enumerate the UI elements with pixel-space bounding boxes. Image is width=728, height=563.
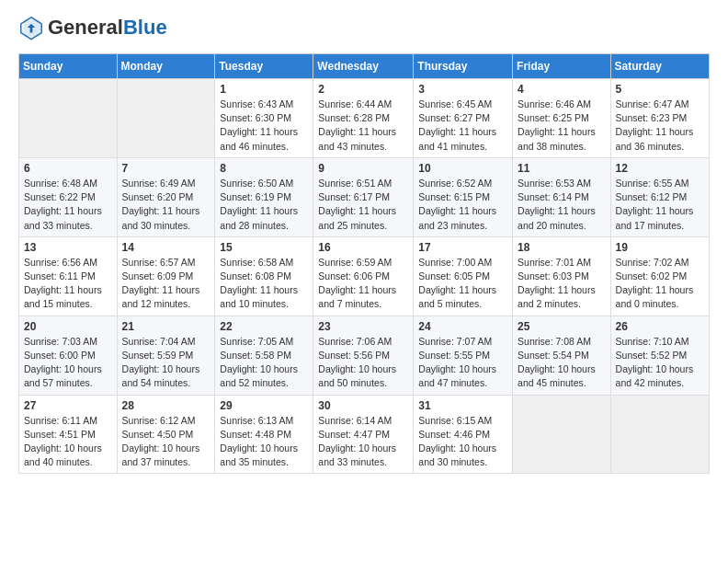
day-info: Sunrise: 6:55 AMSunset: 6:12 PMDaylight:… — [616, 178, 694, 231]
day-number: 6 — [24, 162, 112, 175]
calendar-cell: 27 Sunrise: 6:11 AMSunset: 4:51 PMDaylig… — [19, 395, 118, 474]
day-info: Sunrise: 6:12 AMSunset: 4:50 PMDaylight:… — [122, 415, 200, 468]
day-info: Sunrise: 6:53 AMSunset: 6:14 PMDaylight:… — [518, 178, 596, 231]
calendar-cell — [610, 395, 709, 474]
day-info: Sunrise: 6:47 AMSunset: 6:23 PMDaylight:… — [616, 98, 694, 152]
day-number: 19 — [616, 241, 704, 254]
day-number: 25 — [518, 320, 606, 333]
calendar-cell: 11 Sunrise: 6:53 AMSunset: 6:14 PMDaylig… — [513, 157, 611, 236]
day-info: Sunrise: 6:50 AMSunset: 6:19 PMDaylight:… — [220, 178, 298, 231]
day-info: Sunrise: 6:43 AMSunset: 6:30 PMDaylight:… — [220, 98, 298, 152]
day-number: 24 — [418, 320, 507, 333]
day-number: 4 — [518, 83, 606, 96]
calendar-week-row: 6 Sunrise: 6:48 AMSunset: 6:22 PMDayligh… — [19, 157, 710, 236]
day-number: 9 — [318, 162, 408, 175]
day-info: Sunrise: 6:57 AMSunset: 6:09 PMDaylight:… — [122, 257, 200, 310]
day-info: Sunrise: 7:00 AMSunset: 6:05 PMDaylight:… — [418, 257, 496, 310]
day-number: 8 — [220, 162, 308, 175]
weekday-header: Monday — [117, 54, 215, 79]
day-number: 16 — [318, 241, 408, 254]
weekday-header: Tuesday — [215, 54, 313, 79]
calendar-cell: 6 Sunrise: 6:48 AMSunset: 6:22 PMDayligh… — [19, 157, 118, 236]
logo-text: GeneralBlue — [48, 17, 167, 38]
day-info: Sunrise: 6:52 AMSunset: 6:15 PMDaylight:… — [418, 178, 496, 231]
calendar-cell: 13 Sunrise: 6:56 AMSunset: 6:11 PMDaylig… — [19, 236, 118, 316]
day-number: 30 — [318, 399, 408, 412]
calendar-cell: 8 Sunrise: 6:50 AMSunset: 6:19 PMDayligh… — [215, 157, 313, 236]
day-number: 17 — [418, 241, 507, 254]
day-number: 12 — [616, 162, 704, 175]
calendar-cell — [19, 79, 118, 158]
day-number: 21 — [122, 320, 210, 333]
calendar-cell: 3 Sunrise: 6:45 AMSunset: 6:27 PMDayligh… — [414, 79, 513, 158]
calendar-cell: 18 Sunrise: 7:01 AMSunset: 6:03 PMDaylig… — [513, 236, 611, 316]
calendar-week-row: 1 Sunrise: 6:43 AMSunset: 6:30 PMDayligh… — [19, 79, 710, 158]
day-info: Sunrise: 7:07 AMSunset: 5:55 PMDaylight:… — [418, 336, 496, 389]
calendar-cell: 10 Sunrise: 6:52 AMSunset: 6:15 PMDaylig… — [414, 157, 513, 236]
day-number: 7 — [122, 162, 210, 175]
calendar-week-row: 13 Sunrise: 6:56 AMSunset: 6:11 PMDaylig… — [19, 236, 710, 316]
calendar-cell: 24 Sunrise: 7:07 AMSunset: 5:55 PMDaylig… — [414, 316, 513, 395]
calendar-cell: 4 Sunrise: 6:46 AMSunset: 6:25 PMDayligh… — [513, 79, 611, 158]
day-info: Sunrise: 6:59 AMSunset: 6:06 PMDaylight:… — [318, 257, 396, 310]
page-header: GeneralBlue — [18, 15, 710, 40]
calendar-cell: 25 Sunrise: 7:08 AMSunset: 5:54 PMDaylig… — [513, 316, 611, 395]
calendar-cell: 1 Sunrise: 6:43 AMSunset: 6:30 PMDayligh… — [215, 79, 313, 158]
calendar-cell: 7 Sunrise: 6:49 AMSunset: 6:20 PMDayligh… — [117, 157, 215, 236]
day-info: Sunrise: 6:58 AMSunset: 6:08 PMDaylight:… — [220, 257, 298, 310]
calendar-cell: 17 Sunrise: 7:00 AMSunset: 6:05 PMDaylig… — [414, 236, 513, 316]
day-number: 13 — [24, 241, 112, 254]
day-info: Sunrise: 7:10 AMSunset: 5:52 PMDaylight:… — [616, 336, 694, 389]
calendar-cell: 5 Sunrise: 6:47 AMSunset: 6:23 PMDayligh… — [610, 79, 709, 158]
day-number: 5 — [616, 83, 704, 96]
day-number: 20 — [24, 320, 112, 333]
day-number: 2 — [318, 83, 408, 96]
day-number: 18 — [518, 241, 606, 254]
calendar-cell: 9 Sunrise: 6:51 AMSunset: 6:17 PMDayligh… — [313, 157, 414, 236]
day-info: Sunrise: 6:49 AMSunset: 6:20 PMDaylight:… — [122, 178, 200, 231]
day-info: Sunrise: 6:51 AMSunset: 6:17 PMDaylight:… — [318, 178, 396, 231]
weekday-header: Thursday — [414, 54, 513, 79]
day-number: 1 — [220, 83, 308, 96]
day-number: 26 — [616, 320, 704, 333]
day-info: Sunrise: 6:14 AMSunset: 4:47 PMDaylight:… — [318, 415, 396, 468]
weekday-header: Friday — [513, 54, 611, 79]
calendar-cell: 26 Sunrise: 7:10 AMSunset: 5:52 PMDaylig… — [610, 316, 709, 395]
day-info: Sunrise: 6:45 AMSunset: 6:27 PMDaylight:… — [418, 98, 496, 152]
day-info: Sunrise: 7:03 AMSunset: 6:00 PMDaylight:… — [24, 336, 102, 389]
day-info: Sunrise: 6:46 AMSunset: 6:25 PMDaylight:… — [518, 98, 596, 152]
calendar-week-row: 20 Sunrise: 7:03 AMSunset: 6:00 PMDaylig… — [19, 316, 710, 395]
day-number: 29 — [220, 399, 308, 412]
calendar-cell: 19 Sunrise: 7:02 AMSunset: 6:02 PMDaylig… — [610, 236, 709, 316]
generalblue-icon — [18, 15, 44, 40]
calendar-cell: 28 Sunrise: 6:12 AMSunset: 4:50 PMDaylig… — [117, 395, 215, 474]
day-number: 31 — [418, 399, 507, 412]
day-info: Sunrise: 7:04 AMSunset: 5:59 PMDaylight:… — [122, 336, 200, 389]
day-number: 10 — [418, 162, 507, 175]
calendar-cell: 2 Sunrise: 6:44 AMSunset: 6:28 PMDayligh… — [313, 79, 414, 158]
calendar-cell: 29 Sunrise: 6:13 AMSunset: 4:48 PMDaylig… — [215, 395, 313, 474]
day-number: 23 — [318, 320, 408, 333]
day-info: Sunrise: 6:44 AMSunset: 6:28 PMDaylight:… — [318, 98, 396, 152]
day-info: Sunrise: 6:48 AMSunset: 6:22 PMDaylight:… — [24, 178, 102, 231]
logo: GeneralBlue — [18, 15, 167, 40]
day-number: 22 — [220, 320, 308, 333]
calendar-cell: 21 Sunrise: 7:04 AMSunset: 5:59 PMDaylig… — [117, 316, 215, 395]
day-info: Sunrise: 7:08 AMSunset: 5:54 PMDaylight:… — [518, 336, 596, 389]
calendar-cell — [513, 395, 611, 474]
day-info: Sunrise: 6:15 AMSunset: 4:46 PMDaylight:… — [418, 415, 496, 468]
calendar-week-row: 27 Sunrise: 6:11 AMSunset: 4:51 PMDaylig… — [19, 395, 710, 474]
calendar-cell: 22 Sunrise: 7:05 AMSunset: 5:58 PMDaylig… — [215, 316, 313, 395]
day-info: Sunrise: 6:13 AMSunset: 4:48 PMDaylight:… — [220, 415, 298, 468]
day-info: Sunrise: 7:06 AMSunset: 5:56 PMDaylight:… — [318, 336, 396, 389]
day-info: Sunrise: 6:56 AMSunset: 6:11 PMDaylight:… — [24, 257, 102, 310]
calendar-cell: 31 Sunrise: 6:15 AMSunset: 4:46 PMDaylig… — [414, 395, 513, 474]
calendar-cell: 30 Sunrise: 6:14 AMSunset: 4:47 PMDaylig… — [313, 395, 414, 474]
calendar-cell: 15 Sunrise: 6:58 AMSunset: 6:08 PMDaylig… — [215, 236, 313, 316]
day-number: 14 — [122, 241, 210, 254]
calendar-cell: 12 Sunrise: 6:55 AMSunset: 6:12 PMDaylig… — [610, 157, 709, 236]
weekday-header: Sunday — [19, 54, 118, 79]
day-info: Sunrise: 6:11 AMSunset: 4:51 PMDaylight:… — [24, 415, 102, 468]
day-info: Sunrise: 7:02 AMSunset: 6:02 PMDaylight:… — [616, 257, 694, 310]
calendar-cell: 20 Sunrise: 7:03 AMSunset: 6:00 PMDaylig… — [19, 316, 118, 395]
